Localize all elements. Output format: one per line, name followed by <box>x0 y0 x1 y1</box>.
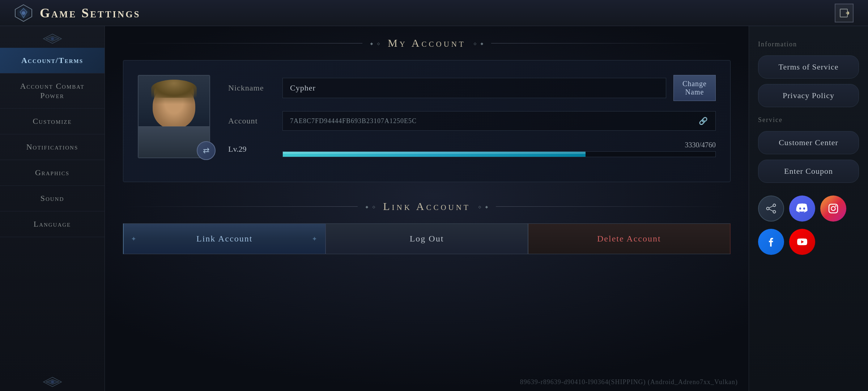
sidebar-item-account-terms[interactable]: Account/Terms <box>0 48 105 73</box>
link-account-button[interactable]: Link Account <box>123 223 326 254</box>
customer-center-button[interactable]: Customer Center <box>758 131 859 154</box>
sidebar-deco-top <box>42 33 63 44</box>
level-bar-bg <box>282 151 716 157</box>
discord-button[interactable] <box>789 196 815 222</box>
instagram-icon <box>828 203 839 214</box>
sidebar-item-customize[interactable]: Customize <box>0 109 105 134</box>
top-bar: Game Settings <box>0 0 868 26</box>
svg-point-2 <box>22 11 25 15</box>
social-row-2 <box>758 229 859 255</box>
privacy-policy-button[interactable]: Privacy Policy <box>758 84 859 107</box>
main-layout: Account/Terms Account Combat Power Custo… <box>0 26 868 391</box>
header-diamonds-left: ⬥⬦ <box>370 39 380 47</box>
sidebar-deco-bottom <box>42 377 63 387</box>
account-id-value: 7AE8C7FD94444FB693B23107A1250E5C <box>290 117 417 125</box>
facebook-button[interactable] <box>758 229 784 255</box>
svg-point-6 <box>773 204 776 207</box>
enter-coupon-button[interactable]: Enter Coupon <box>758 160 859 183</box>
sidebar-item-notifications[interactable]: Notifications <box>0 134 105 160</box>
share-button[interactable] <box>758 196 784 222</box>
svg-line-9 <box>769 206 773 208</box>
header-line-left <box>123 43 362 43</box>
app-container: Game Settings Account/Terms Account Comb… <box>0 0 868 391</box>
youtube-button[interactable] <box>789 229 815 255</box>
level-bar-container: 3330/4760 <box>282 141 716 157</box>
exit-icon <box>839 8 849 18</box>
nickname-value: Cypher <box>282 78 666 98</box>
avatar-switch-button[interactable]: ⇄ <box>197 141 216 160</box>
svg-point-4 <box>51 37 54 40</box>
link-header-line-right <box>496 206 731 207</box>
xp-text: 3330/4760 <box>282 141 716 149</box>
share-icon <box>766 203 776 214</box>
svg-point-12 <box>831 207 835 211</box>
level-row: Lv.29 3330/4760 <box>228 141 716 157</box>
game-logo-icon <box>14 4 33 22</box>
youtube-icon <box>797 236 808 247</box>
my-account-header: ⬥⬦ My Account ⬦⬥ <box>123 37 731 49</box>
logout-button[interactable]: Log Out <box>326 223 528 254</box>
link-header-line-left <box>123 206 358 207</box>
right-panel: Information Terms of Service Privacy Pol… <box>749 26 868 391</box>
avatar-container: ⇄ <box>138 75 210 162</box>
action-buttons: Link Account Log Out Delete Account <box>123 223 731 254</box>
nickname-label: Nickname <box>228 83 275 93</box>
account-card: ⇄ Nickname Cypher ChangeName Account <box>123 60 731 182</box>
account-fields: Nickname Cypher ChangeName Account 7AE8C… <box>228 75 716 167</box>
svg-point-8 <box>773 211 776 213</box>
info-section-label: Information <box>758 41 859 48</box>
link-header-diamonds-right: ⬦⬥ <box>478 203 489 210</box>
header-diamonds-right: ⬦⬥ <box>473 39 484 47</box>
link-header-diamonds-left: ⬥⬦ <box>365 203 376 210</box>
my-account-title: My Account <box>388 37 466 49</box>
facebook-icon <box>766 236 776 247</box>
top-bar-left: Game Settings <box>14 4 141 22</box>
link-account-header: ⬥⬦ Link Account ⬦⬥ <box>123 200 731 213</box>
link-account-section: ⬥⬦ Link Account ⬦⬥ Link Account Log Out … <box>123 200 731 254</box>
svg-point-13 <box>835 205 837 207</box>
sidebar-item-language[interactable]: Language <box>0 211 105 237</box>
link-account-title: Link Account <box>383 200 471 213</box>
exit-button[interactable] <box>835 4 854 22</box>
delete-account-button[interactable]: Delete Account <box>528 223 731 254</box>
content-area: ⬥⬦ My Account ⬦⬥ <box>105 26 749 391</box>
app-title: Game Settings <box>40 5 141 21</box>
build-info: 89639-r89639-d90410-I90364(SHIPPING) (An… <box>520 378 738 386</box>
service-section-label: Service <box>758 116 859 124</box>
sidebar-item-account-combat-power[interactable]: Account Combat Power <box>0 73 105 109</box>
sidebar-item-graphics[interactable]: Graphics <box>0 160 105 186</box>
sidebar: Account/Terms Account Combat Power Custo… <box>0 26 105 391</box>
svg-line-10 <box>769 209 773 211</box>
svg-point-7 <box>767 207 769 210</box>
svg-point-5 <box>51 381 54 383</box>
account-id-field: 7AE8C7FD94444FB693B23107A1250E5C 🔗 <box>282 111 716 131</box>
level-label: Lv.29 <box>228 144 275 154</box>
discord-icon <box>796 203 809 214</box>
terms-of-service-button[interactable]: Terms of Service <box>758 55 859 79</box>
social-row-1 <box>758 196 859 222</box>
sidebar-item-sound[interactable]: Sound <box>0 186 105 211</box>
copy-icon[interactable]: 🔗 <box>699 117 708 125</box>
header-line-right <box>491 43 731 43</box>
account-label: Account <box>228 116 275 126</box>
change-name-button[interactable]: ChangeName <box>673 75 716 101</box>
nickname-row: Nickname Cypher ChangeName <box>228 75 716 101</box>
account-id-row: Account 7AE8C7FD94444FB693B23107A1250E5C… <box>228 111 716 131</box>
instagram-button[interactable] <box>820 196 846 222</box>
level-bar-fill <box>283 152 586 157</box>
